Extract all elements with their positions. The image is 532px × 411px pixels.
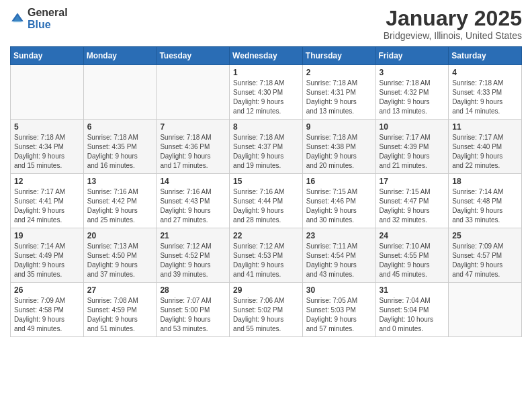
calendar-cell: 31Sunrise: 7:04 AMSunset: 5:04 PMDayligh… bbox=[375, 283, 449, 337]
day-info: Sunrise: 7:17 AMSunset: 4:40 PMDaylight:… bbox=[452, 133, 518, 171]
day-info: Sunrise: 7:05 AMSunset: 5:03 PMDaylight:… bbox=[306, 296, 372, 334]
calendar-cell: 20Sunrise: 7:13 AMSunset: 4:50 PMDayligh… bbox=[83, 228, 157, 283]
calendar-cell bbox=[83, 65, 157, 120]
calendar-row-2: 12Sunrise: 7:17 AMSunset: 4:41 PMDayligh… bbox=[11, 174, 522, 228]
day-info: Sunrise: 7:17 AMSunset: 4:39 PMDaylight:… bbox=[380, 133, 445, 171]
calendar-row-0: 1Sunrise: 7:18 AMSunset: 4:30 PMDaylight… bbox=[11, 65, 522, 120]
day-number: 21 bbox=[160, 231, 226, 240]
logo-icon bbox=[10, 11, 25, 26]
day-number: 3 bbox=[380, 68, 445, 77]
day-number: 17 bbox=[380, 177, 445, 186]
day-number: 2 bbox=[306, 68, 372, 77]
day-number: 18 bbox=[452, 177, 518, 186]
day-number: 22 bbox=[233, 231, 299, 240]
day-number: 27 bbox=[87, 285, 153, 295]
location: Bridgeview, Illinois, United States bbox=[384, 30, 522, 41]
day-number: 20 bbox=[87, 231, 153, 240]
calendar-cell: 12Sunrise: 7:17 AMSunset: 4:41 PMDayligh… bbox=[11, 174, 84, 228]
calendar-cell: 19Sunrise: 7:14 AMSunset: 4:49 PMDayligh… bbox=[11, 228, 84, 283]
day-info: Sunrise: 7:08 AMSunset: 4:59 PMDaylight:… bbox=[87, 296, 153, 334]
calendar-cell: 21Sunrise: 7:12 AMSunset: 4:52 PMDayligh… bbox=[157, 228, 230, 283]
weekday-header-wednesday: Wednesday bbox=[230, 47, 303, 65]
calendar-cell: 4Sunrise: 7:18 AMSunset: 4:33 PMDaylight… bbox=[449, 65, 522, 120]
day-info: Sunrise: 7:09 AMSunset: 4:57 PMDaylight:… bbox=[452, 242, 518, 279]
day-info: Sunrise: 7:18 AMSunset: 4:37 PMDaylight:… bbox=[233, 133, 299, 171]
calendar-cell: 5Sunrise: 7:18 AMSunset: 4:34 PMDaylight… bbox=[11, 120, 84, 174]
day-info: Sunrise: 7:09 AMSunset: 4:58 PMDaylight:… bbox=[14, 296, 80, 334]
weekday-header-thursday: Thursday bbox=[302, 47, 375, 65]
day-number: 10 bbox=[380, 122, 445, 132]
day-info: Sunrise: 7:04 AMSunset: 5:04 PMDaylight:… bbox=[380, 296, 445, 334]
calendar-cell: 11Sunrise: 7:17 AMSunset: 4:40 PMDayligh… bbox=[449, 120, 522, 174]
calendar-cell: 9Sunrise: 7:18 AMSunset: 4:38 PMDaylight… bbox=[302, 120, 375, 174]
day-number: 6 bbox=[87, 122, 153, 132]
day-number: 25 bbox=[452, 231, 518, 240]
calendar-cell: 3Sunrise: 7:18 AMSunset: 4:32 PMDaylight… bbox=[375, 65, 449, 120]
calendar-cell bbox=[449, 283, 522, 337]
calendar-cell: 10Sunrise: 7:17 AMSunset: 4:39 PMDayligh… bbox=[375, 120, 449, 174]
calendar-cell: 28Sunrise: 7:07 AMSunset: 5:00 PMDayligh… bbox=[157, 283, 230, 337]
weekday-header-friday: Friday bbox=[375, 47, 449, 65]
day-info: Sunrise: 7:11 AMSunset: 4:54 PMDaylight:… bbox=[306, 242, 372, 279]
day-info: Sunrise: 7:18 AMSunset: 4:35 PMDaylight:… bbox=[87, 133, 153, 171]
page-header: General Blue January 2025 Bridgeview, Il… bbox=[10, 7, 522, 41]
day-info: Sunrise: 7:17 AMSunset: 4:41 PMDaylight:… bbox=[14, 187, 80, 225]
day-info: Sunrise: 7:18 AMSunset: 4:34 PMDaylight:… bbox=[14, 133, 80, 171]
calendar-cell: 7Sunrise: 7:18 AMSunset: 4:36 PMDaylight… bbox=[157, 120, 230, 174]
day-number: 29 bbox=[233, 285, 299, 295]
month-title: January 2025 bbox=[384, 7, 522, 30]
day-number: 16 bbox=[306, 177, 372, 186]
day-number: 12 bbox=[14, 177, 80, 186]
day-number: 8 bbox=[233, 122, 299, 132]
calendar-cell: 6Sunrise: 7:18 AMSunset: 4:35 PMDaylight… bbox=[83, 120, 157, 174]
day-number: 4 bbox=[452, 68, 518, 77]
calendar-cell bbox=[157, 65, 230, 120]
day-number: 30 bbox=[306, 285, 372, 295]
day-info: Sunrise: 7:10 AMSunset: 4:55 PMDaylight:… bbox=[380, 242, 445, 279]
calendar-row-4: 26Sunrise: 7:09 AMSunset: 4:58 PMDayligh… bbox=[11, 283, 522, 337]
logo: General Blue bbox=[10, 7, 68, 31]
calendar-cell: 30Sunrise: 7:05 AMSunset: 5:03 PMDayligh… bbox=[302, 283, 375, 337]
day-number: 31 bbox=[380, 285, 445, 295]
calendar-cell: 14Sunrise: 7:16 AMSunset: 4:43 PMDayligh… bbox=[157, 174, 230, 228]
day-number: 23 bbox=[306, 231, 372, 240]
day-number: 28 bbox=[160, 285, 226, 295]
day-info: Sunrise: 7:15 AMSunset: 4:46 PMDaylight:… bbox=[306, 187, 372, 225]
calendar-cell: 2Sunrise: 7:18 AMSunset: 4:31 PMDaylight… bbox=[302, 65, 375, 120]
weekday-header-row: SundayMondayTuesdayWednesdayThursdayFrid… bbox=[11, 47, 522, 65]
calendar-cell: 8Sunrise: 7:18 AMSunset: 4:37 PMDaylight… bbox=[230, 120, 303, 174]
weekday-header-monday: Monday bbox=[83, 47, 157, 65]
day-number: 11 bbox=[452, 122, 518, 132]
day-info: Sunrise: 7:12 AMSunset: 4:52 PMDaylight:… bbox=[160, 242, 226, 279]
day-info: Sunrise: 7:12 AMSunset: 4:53 PMDaylight:… bbox=[233, 242, 299, 279]
calendar-cell: 18Sunrise: 7:14 AMSunset: 4:48 PMDayligh… bbox=[449, 174, 522, 228]
calendar-cell: 16Sunrise: 7:15 AMSunset: 4:46 PMDayligh… bbox=[302, 174, 375, 228]
calendar-row-3: 19Sunrise: 7:14 AMSunset: 4:49 PMDayligh… bbox=[11, 228, 522, 283]
calendar-cell: 1Sunrise: 7:18 AMSunset: 4:30 PMDaylight… bbox=[230, 65, 303, 120]
day-number: 9 bbox=[306, 122, 372, 132]
day-info: Sunrise: 7:14 AMSunset: 4:48 PMDaylight:… bbox=[452, 187, 518, 225]
day-info: Sunrise: 7:15 AMSunset: 4:47 PMDaylight:… bbox=[380, 187, 445, 225]
day-number: 26 bbox=[14, 285, 80, 295]
day-info: Sunrise: 7:16 AMSunset: 4:42 PMDaylight:… bbox=[87, 187, 153, 225]
calendar-cell: 15Sunrise: 7:16 AMSunset: 4:44 PMDayligh… bbox=[230, 174, 303, 228]
calendar-table: SundayMondayTuesdayWednesdayThursdayFrid… bbox=[10, 46, 522, 337]
logo-blue-text: Blue bbox=[28, 19, 51, 30]
weekday-header-sunday: Sunday bbox=[11, 47, 84, 65]
day-info: Sunrise: 7:18 AMSunset: 4:33 PMDaylight:… bbox=[452, 79, 518, 116]
day-info: Sunrise: 7:18 AMSunset: 4:32 PMDaylight:… bbox=[380, 79, 445, 116]
day-info: Sunrise: 7:18 AMSunset: 4:31 PMDaylight:… bbox=[306, 79, 372, 116]
day-info: Sunrise: 7:13 AMSunset: 4:50 PMDaylight:… bbox=[87, 242, 153, 279]
calendar-cell: 17Sunrise: 7:15 AMSunset: 4:47 PMDayligh… bbox=[375, 174, 449, 228]
day-info: Sunrise: 7:18 AMSunset: 4:30 PMDaylight:… bbox=[233, 79, 299, 116]
day-info: Sunrise: 7:07 AMSunset: 5:00 PMDaylight:… bbox=[160, 296, 226, 334]
weekday-header-saturday: Saturday bbox=[449, 47, 522, 65]
day-number: 15 bbox=[233, 177, 299, 186]
calendar-cell: 27Sunrise: 7:08 AMSunset: 4:59 PMDayligh… bbox=[83, 283, 157, 337]
logo-general-text: General bbox=[28, 7, 68, 18]
day-number: 19 bbox=[14, 231, 80, 240]
day-number: 7 bbox=[160, 122, 226, 132]
day-number: 24 bbox=[380, 231, 445, 240]
calendar-row-1: 5Sunrise: 7:18 AMSunset: 4:34 PMDaylight… bbox=[11, 120, 522, 174]
day-info: Sunrise: 7:14 AMSunset: 4:49 PMDaylight:… bbox=[14, 242, 80, 279]
